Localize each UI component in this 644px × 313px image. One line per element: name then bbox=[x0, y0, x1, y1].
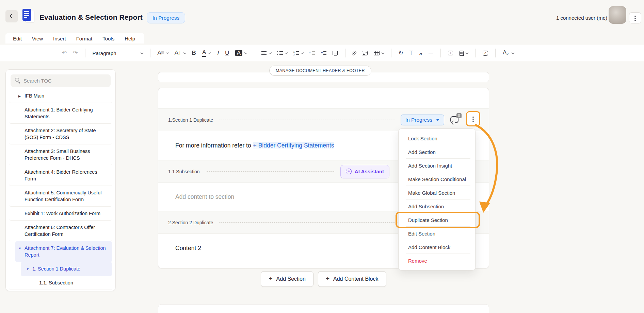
ai-icon: AI bbox=[346, 169, 352, 174]
header-kebab-menu-button[interactable] bbox=[629, 12, 641, 23]
chevron-down-icon bbox=[511, 51, 514, 54]
menu-insert[interactable]: Insert bbox=[53, 36, 66, 41]
chevron-down-icon bbox=[301, 51, 303, 54]
text-color-icon: A bbox=[202, 49, 206, 57]
ai-assistant-label: AI Assistant bbox=[355, 169, 384, 174]
context-menu-item-add-section-insight[interactable]: Add Section Insight bbox=[399, 159, 475, 172]
blockquote-button[interactable]: “ bbox=[417, 48, 424, 58]
section-1-header: 1.Section 1 Duplicate In Progress 0 bbox=[158, 108, 489, 131]
page-width-button[interactable] bbox=[331, 50, 340, 57]
bold-button[interactable]: B bbox=[190, 48, 198, 58]
toc-item-2-section-2-duplicate[interactable]: 2. Section 2 Duplicate bbox=[9, 290, 112, 291]
manage-header-footer-button[interactable]: MANAGE DOCUMENT HEADER & FOOTER bbox=[269, 66, 371, 76]
user-avatar[interactable] bbox=[609, 6, 626, 24]
chevron-left-icon bbox=[10, 14, 13, 18]
add-section-button[interactable]: + Add Section bbox=[261, 271, 313, 287]
caret-down-icon bbox=[436, 119, 439, 121]
toc-item-attachment-3-small-business-preference-form-dhcs[interactable]: Attachment 3: Small Business Preference … bbox=[9, 144, 112, 165]
spell-check-button[interactable]: A bbox=[501, 48, 516, 58]
formatting-toolbar: ↶↷ParagraphA≡A↑BAIUA↻T“A bbox=[0, 45, 644, 61]
add-section-label: Add Section bbox=[276, 276, 306, 282]
numbered-list-button[interactable] bbox=[291, 50, 305, 57]
content-template-button[interactable] bbox=[457, 49, 470, 57]
horizontal-rule-icon bbox=[429, 53, 433, 54]
numbered-list-icon bbox=[293, 51, 299, 55]
context-menu-item-label: Add Section Insight bbox=[408, 163, 452, 169]
ai-assistant-button[interactable]: AI AI Assistant bbox=[340, 165, 389, 178]
add-block-icon bbox=[448, 51, 453, 55]
chevron-down-icon bbox=[244, 51, 247, 54]
bullet-list-button[interactable] bbox=[275, 50, 289, 57]
toolbar-separator bbox=[440, 49, 441, 57]
italic-button[interactable]: I bbox=[214, 48, 221, 58]
font-family-button[interactable]: A≡ bbox=[156, 48, 171, 58]
menu-view[interactable]: View bbox=[32, 36, 43, 41]
clear-formatting-button[interactable]: T bbox=[407, 48, 415, 58]
caret-expanded-icon[interactable]: ▼ bbox=[18, 246, 25, 250]
menu-help[interactable]: Help bbox=[125, 36, 135, 41]
toc-item-label: Exhibit 1: Work Authorization Form bbox=[25, 211, 100, 216]
context-menu-item-lock-section[interactable]: Lock Section bbox=[399, 132, 475, 145]
toc-item-attachment-6-contractor-s-offer-certification-form[interactable]: Attachment 6: Contractor's Offer Certifi… bbox=[9, 221, 112, 241]
context-menu-item-label: Make Global Section bbox=[408, 190, 455, 196]
underline-button[interactable]: U bbox=[223, 48, 231, 58]
toc-item-label: Attachment 5: Commercially Useful Functi… bbox=[25, 190, 101, 202]
find-replace-icon: ↻ bbox=[399, 50, 403, 56]
add-block-button[interactable] bbox=[446, 49, 455, 57]
paragraph-style-button[interactable]: Paragraph bbox=[91, 49, 145, 58]
section-1-kebab-menu-button[interactable] bbox=[466, 111, 480, 126]
redo-button[interactable]: ↷ bbox=[71, 48, 80, 58]
context-menu-item-add-section[interactable]: Add Section bbox=[399, 145, 475, 159]
back-button[interactable] bbox=[5, 10, 18, 22]
toc-search-input[interactable] bbox=[23, 78, 102, 84]
undo-button[interactable]: ↶ bbox=[60, 48, 69, 58]
context-menu-item-duplicate-section[interactable]: Duplicate Section bbox=[399, 213, 475, 227]
font-size-button[interactable]: A↑ bbox=[173, 48, 188, 58]
outdent-button[interactable] bbox=[307, 50, 317, 57]
toc-item-attachment-5-commercially-useful-function-certification-form[interactable]: Attachment 5: Commercially Useful Functi… bbox=[9, 186, 112, 207]
menu-format[interactable]: Format bbox=[76, 36, 93, 41]
context-menu-item-label: Duplicate Section bbox=[408, 217, 448, 223]
paragraph-style-label: Paragraph bbox=[93, 50, 116, 56]
toc-item-1-section-1-duplicate[interactable]: ▼1. Section 1 Duplicate bbox=[21, 262, 112, 276]
toc-item-attachment-1-bidder-certifying-statements[interactable]: Attachment 1: Bidder Certifying Statemen… bbox=[9, 103, 112, 124]
context-menu-item-make-global-section[interactable]: Make Global Section bbox=[399, 186, 475, 199]
toc-item-exhibit-1-work-authorization-form[interactable]: Exhibit 1: Work Authorization Form bbox=[9, 207, 112, 221]
section-1-comments-button[interactable]: 0 bbox=[450, 115, 461, 125]
text-align-button[interactable] bbox=[259, 50, 273, 57]
clear-formatting-icon: T bbox=[409, 50, 413, 56]
insert-link-button[interactable] bbox=[351, 49, 358, 57]
caret-expanded-icon[interactable]: ▼ bbox=[26, 267, 32, 271]
bidder-certifying-statements-link[interactable]: + Bidder Certifying Statements bbox=[253, 142, 335, 149]
caret-collapsed-icon[interactable]: ▶ bbox=[18, 94, 25, 98]
task-checklist-button[interactable] bbox=[481, 49, 490, 57]
highlight-color-button[interactable]: A bbox=[233, 48, 248, 58]
menu-tools[interactable]: Tools bbox=[102, 36, 114, 41]
chevron-down-icon bbox=[166, 51, 169, 54]
context-menu-item-label: Add Section bbox=[408, 149, 436, 155]
add-content-block-button[interactable]: + Add Content Block bbox=[318, 271, 386, 287]
toc-item-label: 1. Section 1 Duplicate bbox=[32, 266, 80, 272]
context-menu-item-remove[interactable]: Remove bbox=[399, 254, 475, 267]
find-replace-button[interactable]: ↻ bbox=[397, 48, 405, 58]
horizontal-rule-button[interactable] bbox=[426, 51, 435, 55]
toc-item-attachment-4-bidder-references-form[interactable]: Attachment 4: Bidder References Form bbox=[9, 165, 112, 186]
toc-item-attachment-2-secretary-of-state-sos-form-cdss[interactable]: Attachment 2: Secretary of State (SOS) F… bbox=[9, 124, 112, 144]
insert-table-button[interactable] bbox=[372, 49, 386, 57]
menu-edit[interactable]: Edit bbox=[13, 36, 22, 41]
section-1-status-dropdown[interactable]: In Progress bbox=[401, 115, 444, 125]
text-color-button[interactable]: A bbox=[200, 48, 212, 58]
context-menu-item-edit-section[interactable]: Edit Section bbox=[399, 227, 475, 240]
indent-button[interactable] bbox=[319, 50, 328, 57]
context-menu-item-label: Lock Section bbox=[408, 136, 437, 141]
redo-icon: ↷ bbox=[73, 50, 78, 56]
context-menu-item-add-subsection[interactable]: Add Subsection bbox=[399, 199, 475, 213]
toc-search[interactable] bbox=[11, 74, 111, 87]
context-menu-item-add-content-block[interactable]: Add Content Block bbox=[399, 240, 475, 254]
toc-item-attachment-7-evaluation-selection-report[interactable]: ▼Attachment 7: Evaluation & Selection Re… bbox=[15, 241, 112, 262]
context-menu-item-make-section-conditional[interactable]: Make Section Conditional bbox=[399, 172, 475, 186]
toc-item-label: Attachment 6: Contractor's Offer Certifi… bbox=[25, 225, 95, 237]
toc-item-ifb-main[interactable]: ▶IFB Main bbox=[9, 89, 112, 103]
toc-item-1-1-subsection[interactable]: 1.1. Subsection bbox=[9, 276, 112, 290]
insert-image-button[interactable] bbox=[360, 49, 370, 57]
